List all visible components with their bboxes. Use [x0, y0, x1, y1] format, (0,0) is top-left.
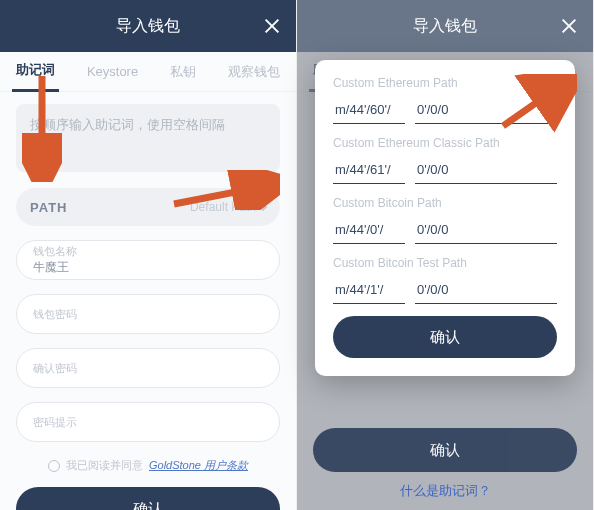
path-prefix-input[interactable]: m/44'/0'/ — [333, 218, 405, 244]
tab-watch[interactable]: 观察钱包 — [224, 53, 284, 91]
path-title: Custom Ethereum Path — [333, 76, 557, 90]
header: 导入钱包 — [297, 0, 593, 52]
tab-privatekey[interactable]: 私钥 — [166, 53, 200, 91]
confirm-password-label: 确认密码 — [33, 361, 263, 376]
path-group-etc: Custom Ethereum Classic Path m/44'/61'/ … — [333, 136, 557, 184]
modal-confirm-button[interactable]: 确认 — [333, 316, 557, 358]
wallet-password-label: 钱包密码 — [33, 307, 263, 322]
path-prefix-input[interactable]: m/44'/61'/ — [333, 158, 405, 184]
path-modal: Custom Ethereum Path m/44'/60'/ 0'/0/0 C… — [315, 60, 575, 376]
terms-link[interactable]: GoldStone 用户条款 — [149, 458, 248, 473]
page-title: 导入钱包 — [413, 16, 477, 37]
path-group-bitcoin-test: Custom Bitcoin Test Path m/44'/1'/ 0'/0/… — [333, 256, 557, 304]
path-suffix-input[interactable]: 0'/0/0 — [415, 218, 557, 244]
wallet-name-field[interactable]: 钱包名称 牛魔王 — [16, 240, 280, 280]
terms-prefix: 我已阅读并同意 — [66, 458, 143, 473]
wallet-name-value: 牛魔王 — [33, 259, 263, 276]
path-suffix-input[interactable]: 0'/0/0 — [415, 158, 557, 184]
close-icon[interactable] — [559, 16, 579, 36]
path-value: Default Path — [190, 200, 266, 214]
path-title: Custom Ethereum Classic Path — [333, 136, 557, 150]
path-title: Custom Bitcoin Path — [333, 196, 557, 210]
confirm-button[interactable]: 确认 — [16, 487, 280, 510]
close-icon[interactable] — [262, 16, 282, 36]
path-value-text: Default Path — [190, 200, 256, 214]
tab-bar: 助记词 Keystore 私钥 观察钱包 — [0, 52, 296, 92]
path-group-ethereum: Custom Ethereum Path m/44'/60'/ 0'/0/0 — [333, 76, 557, 124]
password-hint-label: 密码提示 — [33, 415, 263, 430]
wallet-name-label: 钱包名称 — [33, 244, 263, 259]
path-prefix-input[interactable]: m/44'/60'/ — [333, 98, 405, 124]
path-title: Custom Bitcoin Test Path — [333, 256, 557, 270]
chevron-right-icon — [259, 203, 267, 211]
wallet-password-field[interactable]: 钱包密码 — [16, 294, 280, 334]
radio-icon[interactable] — [48, 460, 60, 472]
confirm-button-bg: 确认 — [313, 428, 577, 472]
screen-path-modal: 导入钱包 助记词 Keystore 私钥 观察钱包 确认 什么是助记词？ Cus… — [297, 0, 594, 510]
screen-import-wallet: 导入钱包 助记词 Keystore 私钥 观察钱包 按顺序输入助记词，使用空格间… — [0, 0, 297, 510]
content: 按顺序输入助记词，使用空格间隔 PATH Default Path 钱包名称 牛… — [0, 92, 296, 510]
password-hint-field[interactable]: 密码提示 — [16, 402, 280, 442]
confirm-password-field[interactable]: 确认密码 — [16, 348, 280, 388]
terms-row[interactable]: 我已阅读并同意 GoldStone 用户条款 — [16, 458, 280, 473]
help-link-bg: 什么是助记词？ — [297, 482, 593, 500]
header: 导入钱包 — [0, 0, 296, 52]
tab-keystore[interactable]: Keystore — [83, 54, 142, 89]
tab-mnemonic[interactable]: 助记词 — [12, 51, 59, 92]
path-label: PATH — [30, 200, 67, 215]
path-selector[interactable]: PATH Default Path — [16, 188, 280, 226]
path-prefix-input[interactable]: m/44'/1'/ — [333, 278, 405, 304]
path-group-bitcoin: Custom Bitcoin Path m/44'/0'/ 0'/0/0 — [333, 196, 557, 244]
mnemonic-input[interactable]: 按顺序输入助记词，使用空格间隔 — [16, 104, 280, 172]
path-suffix-input[interactable]: 0'/0/0 — [415, 98, 557, 124]
path-suffix-input[interactable]: 0'/0/0 — [415, 278, 557, 304]
page-title: 导入钱包 — [116, 16, 180, 37]
